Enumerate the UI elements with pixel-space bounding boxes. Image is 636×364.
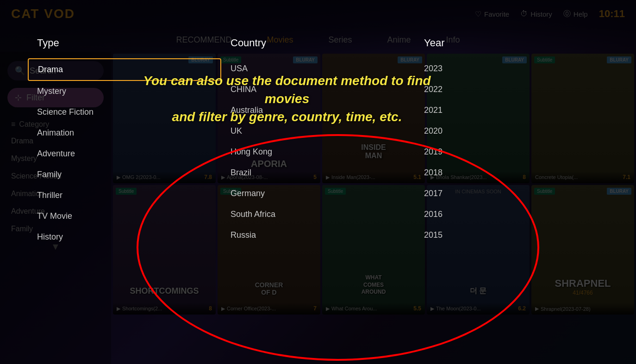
filter-type-history[interactable]: History [28, 227, 221, 247]
filter-year-2021[interactable]: 2021 [415, 100, 608, 121]
filter-year-header: Year [415, 32, 608, 54]
filter-country-germany[interactable]: Germany [221, 183, 415, 204]
filter-country-usa[interactable]: USA [221, 58, 415, 79]
filter-year-2022[interactable]: 2022 [415, 79, 608, 100]
filter-type-mystery[interactable]: Mystery [28, 81, 221, 102]
filter-overlay: Type Drama Mystery Science Fiction Anima… [0, 0, 636, 364]
filter-year-2015[interactable]: 2015 [415, 225, 608, 246]
filter-country-china[interactable]: CHINA [221, 79, 415, 100]
filter-country-column: Country USA CHINA Australia UK Hong Kong… [221, 32, 415, 247]
filter-type-thriller[interactable]: Thriller [28, 185, 221, 206]
filter-country-brazil[interactable]: Brazil [221, 162, 415, 183]
filter-country-uk[interactable]: UK [221, 121, 415, 142]
filter-type-drama[interactable]: Drama [28, 58, 221, 81]
filter-country-hongkong[interactable]: Hong Kong [221, 142, 415, 162]
filter-type-header: Type [28, 32, 221, 54]
filter-year-2020[interactable]: 2020 [415, 121, 608, 142]
filter-country-russia[interactable]: Russia [221, 225, 415, 246]
filter-year-2017[interactable]: 2017 [415, 183, 608, 204]
filter-year-2016[interactable]: 2016 [415, 204, 608, 225]
filter-country-southafrica[interactable]: South Africa [221, 204, 415, 225]
filter-type-tvmovie[interactable]: TV Movie [28, 206, 221, 227]
filter-type-scifi[interactable]: Science Fiction [28, 102, 221, 123]
filter-year-2023[interactable]: 2023 [415, 58, 608, 79]
filter-year-2018[interactable]: 2018 [415, 162, 608, 183]
filter-columns: Type Drama Mystery Science Fiction Anima… [0, 19, 636, 261]
filter-year-2019[interactable]: 2019 [415, 142, 608, 162]
filter-type-family[interactable]: Family [28, 164, 221, 185]
filter-type-animation[interactable]: Animation [28, 123, 221, 143]
filter-country-header: Country [221, 32, 415, 54]
filter-year-column: Year 2023 2022 2021 2020 2019 2018 2017 … [415, 32, 608, 247]
filter-country-australia[interactable]: Australia [221, 100, 415, 121]
filter-type-column: Type Drama Mystery Science Fiction Anima… [28, 32, 221, 247]
filter-type-adventure[interactable]: Adventure [28, 143, 221, 164]
